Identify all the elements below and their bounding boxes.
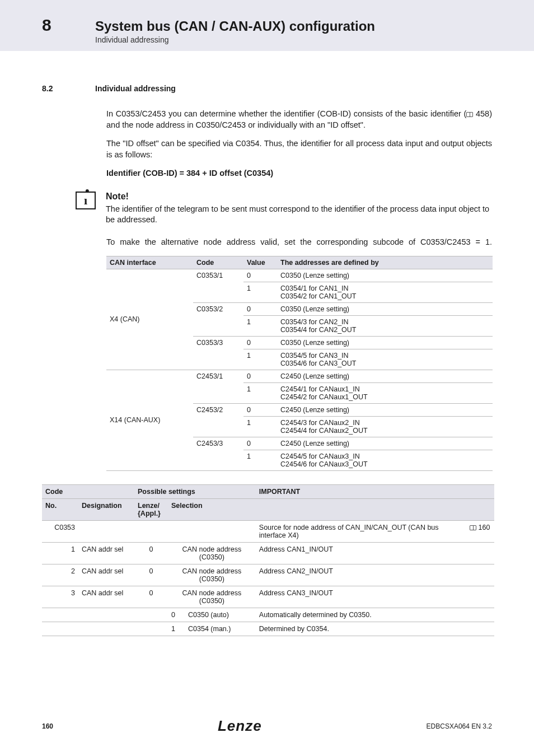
brand-logo: Lenze	[218, 717, 262, 735]
paragraph-2: The "ID offset" can be specified via C03…	[106, 138, 492, 160]
t2-h-imp-blank	[256, 498, 494, 520]
t2-h-code: Code	[42, 484, 134, 498]
subcode-no: 1	[55, 542, 78, 564]
doc-id: EDBCSXA064 EN 3.2	[427, 722, 492, 730]
table-row: 0C0350 (auto)Automatically determined by…	[42, 608, 494, 622]
defined-by-cell: C0350 (Lenze setting)	[277, 336, 493, 349]
t2-h-no: No.	[42, 498, 78, 520]
value-cell: 0	[243, 269, 277, 282]
lenze-cell: 0	[134, 586, 168, 608]
lenze-cell: 0	[134, 542, 168, 564]
table-row: 1C0354 (man.)Determined by C0354.	[42, 622, 494, 636]
t1-h4: The addresses are defined by	[277, 256, 493, 269]
defined-by-cell: C0354/5 for CAN3_IN C0354/6 for CAN3_OUT	[277, 349, 493, 370]
defined-by-cell: C0354/1 for CAN1_IN C0354/2 for CAN1_OUT	[277, 282, 493, 302]
value-cell: 0	[243, 370, 277, 382]
value-cell: 0	[243, 437, 277, 450]
ref-cell: 160	[466, 520, 494, 542]
t2-h-desig: Designation	[78, 498, 134, 520]
ref-cell	[466, 586, 494, 608]
code-cell: C0353/3	[193, 336, 243, 370]
defined-by-cell: C2450 (Lenze setting)	[277, 370, 493, 382]
defined-by-cell: C2454/1 for CANaux1_IN C2454/2 for CANau…	[277, 382, 493, 403]
chapter-number: 8	[42, 16, 73, 35]
defined-by-cell: C2450 (Lenze setting)	[277, 403, 493, 416]
t1-h1: CAN interface	[106, 256, 193, 269]
value-cell: 1	[243, 382, 277, 403]
selection-cell: CAN node address (C0350)	[168, 586, 256, 608]
t2-h-sel: Selection	[168, 498, 256, 520]
ref-cell	[466, 542, 494, 564]
value-cell: 1	[243, 450, 277, 470]
section-heading: 8.2 Individual addressing	[42, 84, 492, 93]
subcode-no: 2	[55, 564, 78, 586]
value-cell: 0	[243, 336, 277, 349]
paragraph-3: Identifier (COB-ID) = 384 + ID offset (C…	[106, 168, 492, 179]
book-icon	[466, 112, 473, 117]
paragraph-4: To make the alternative node address val…	[106, 237, 492, 248]
selection-value: C0354 (man.)	[185, 622, 256, 636]
value-cell: 1	[243, 282, 277, 302]
note-heading: Note!	[106, 192, 492, 202]
value-cell: 1	[243, 349, 277, 370]
blank-cell	[42, 542, 55, 564]
section-title: Individual addressing	[95, 84, 176, 93]
designation-cell: CAN addr sel	[78, 542, 134, 564]
selection-value: C0350 (auto)	[185, 608, 256, 622]
iface-cell: X14 (CAN-AUX)	[106, 370, 193, 470]
value-cell: 1	[243, 416, 277, 437]
subcode-no: 3	[55, 586, 78, 608]
subcode-no	[55, 622, 78, 636]
table-row: 1CAN addr sel0CAN node address (C0350)Ad…	[42, 542, 494, 564]
selection-cell: CAN node address (C0350)	[168, 564, 256, 586]
lenze-cell	[134, 622, 168, 636]
ref-cell	[466, 564, 494, 586]
code-cell: C2453/2	[193, 403, 243, 437]
designation-cell	[78, 608, 134, 622]
ref-cell	[466, 622, 494, 636]
value-cell: 1	[243, 315, 277, 336]
lenze-cell	[134, 608, 168, 622]
important-cell: Determined by C0354.	[256, 622, 466, 636]
subcode-no	[55, 608, 78, 622]
lenze-cell: 0	[134, 564, 168, 586]
paragraph-1: In C0353/C2453 you can determine whether…	[106, 109, 492, 130]
code-cell: C2453/3	[193, 437, 243, 470]
lenze-cell	[134, 520, 168, 542]
info-icon: •ı	[76, 192, 96, 209]
chapter-subtitle: Individual addressing	[95, 35, 375, 44]
important-cell: Address CAN1_IN/OUT	[256, 542, 466, 564]
table-row: X14 (CAN-AUX)C2453/10C2450 (Lenze settin…	[106, 370, 493, 382]
selection-key: 0	[168, 608, 185, 622]
defined-by-cell: C0350 (Lenze setting)	[277, 302, 493, 315]
designation-cell	[78, 622, 134, 636]
paragraph-1a: In C0353/C2453 you can determine whether…	[106, 109, 466, 118]
defined-by-cell: C2454/3 for CANaux2_IN C2454/4 for CANau…	[277, 416, 493, 437]
defined-by-cell: C2454/5 for CANaux3_IN C2454/6 for CANau…	[277, 450, 493, 470]
table-row: X4 (CAN)C0353/10C0350 (Lenze setting)	[106, 269, 493, 282]
important-cell: Address CAN3_IN/OUT	[256, 586, 466, 608]
chapter-title: System bus (CAN / CAN-AUX) configuration	[95, 18, 375, 34]
t2-h-possible: Possible settings	[134, 484, 256, 498]
table-row: 2CAN addr sel0CAN node address (C0350)Ad…	[42, 564, 494, 586]
book-icon	[470, 525, 476, 530]
important-cell: Source for node address of CAN_IN/CAN_OU…	[256, 520, 466, 542]
t1-h3: Value	[243, 256, 277, 269]
page-footer: 160 Lenze EDBCSXA064 EN 3.2	[42, 717, 492, 735]
table-row: 3CAN addr sel0CAN node address (C0350)Ad…	[42, 586, 494, 608]
blank-cell	[42, 608, 55, 622]
blank-cell	[42, 564, 55, 586]
note-block: •ı Note! The identifier of the telegram …	[76, 192, 492, 226]
table-row: C0353Source for node address of CAN_IN/C…	[42, 520, 494, 542]
code-table: Code Possible settings IMPORTANT No. Des…	[42, 484, 494, 636]
selection-cell	[168, 520, 256, 542]
t2-h-important: IMPORTANT	[256, 484, 494, 498]
important-cell: Address CAN2_IN/OUT	[256, 564, 466, 586]
t2-h-lenze: Lenze/ {Appl.}	[134, 498, 168, 520]
value-cell: 0	[243, 302, 277, 315]
iface-cell: X4 (CAN)	[106, 269, 193, 370]
address-table: CAN interface Code Value The addresses a…	[106, 256, 493, 471]
value-cell: 0	[243, 403, 277, 416]
note-body: The identifier of the telegram to be sen…	[106, 204, 492, 226]
designation-cell: CAN addr sel	[78, 564, 134, 586]
